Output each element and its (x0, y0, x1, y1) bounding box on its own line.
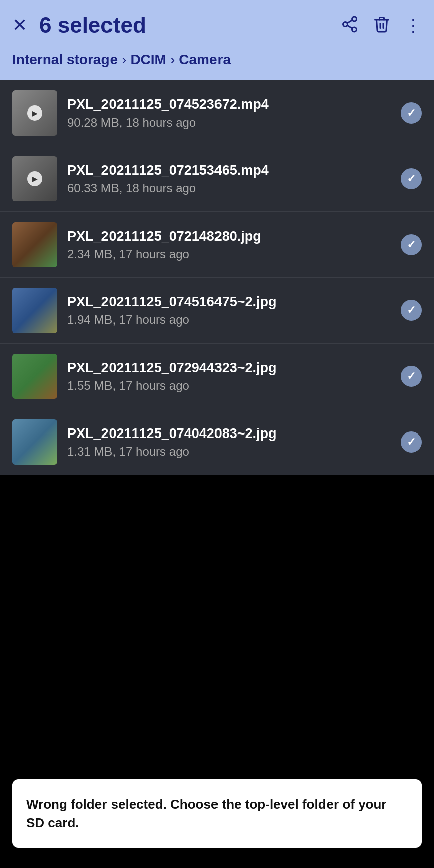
file-meta: 1.31 MB, 17 hours ago (67, 445, 391, 459)
file-checkbox[interactable] (401, 234, 422, 255)
file-thumbnail (12, 222, 57, 267)
file-checkbox[interactable] (401, 431, 422, 453)
file-list: ▶PXL_20211125_074523672.mp490.28 MB, 18 … (0, 80, 434, 475)
file-checkbox[interactable] (401, 300, 422, 321)
svg-line-3 (347, 25, 352, 28)
snackbar-text: Wrong folder selected. Choose the top-le… (26, 797, 387, 830)
play-icon: ▶ (27, 105, 42, 121)
file-name: PXL_20211125_072148280.jpg (67, 229, 391, 244)
file-thumbnail (12, 354, 57, 399)
file-info: PXL_20211125_072148280.jpg2.34 MB, 17 ho… (67, 229, 391, 261)
close-icon[interactable]: ✕ (12, 16, 27, 34)
file-name: PXL_20211125_074042083~2.jpg (67, 426, 391, 442)
file-thumbnail: ▶ (12, 90, 57, 136)
file-name: PXL_20211125_074516475~2.jpg (67, 294, 391, 310)
header: ✕ 6 selected (0, 0, 434, 80)
svg-line-4 (347, 20, 352, 23)
file-checkbox[interactable] (401, 366, 422, 387)
share-icon[interactable] (341, 15, 359, 35)
file-meta: 60.33 MB, 18 hours ago (67, 181, 391, 195)
breadcrumb-sep-1: › (122, 52, 126, 68)
bottom-area (0, 475, 434, 726)
file-checkbox[interactable] (401, 102, 422, 124)
file-meta: 1.94 MB, 17 hours ago (67, 313, 391, 327)
file-info: PXL_20211125_072944323~2.jpg1.55 MB, 17 … (67, 360, 391, 393)
file-thumbnail (12, 288, 57, 333)
header-actions: ⋮ (341, 15, 422, 35)
file-checkbox[interactable] (401, 168, 422, 189)
breadcrumb-camera[interactable]: Camera (179, 52, 231, 68)
file-name: PXL_20211125_072153465.mp4 (67, 163, 391, 178)
header-left: ✕ 6 selected (12, 13, 146, 38)
snackbar: Wrong folder selected. Choose the top-le… (12, 779, 422, 848)
file-item[interactable]: ▶PXL_20211125_074523672.mp490.28 MB, 18 … (0, 80, 434, 146)
file-info: PXL_20211125_074523672.mp490.28 MB, 18 h… (67, 97, 391, 130)
breadcrumb: Internal storage › DCIM › Camera (12, 52, 422, 68)
file-meta: 2.34 MB, 17 hours ago (67, 247, 391, 261)
play-icon: ▶ (27, 171, 42, 186)
file-name: PXL_20211125_072944323~2.jpg (67, 360, 391, 376)
file-info: PXL_20211125_074042083~2.jpg1.31 MB, 17 … (67, 426, 391, 459)
selected-count-label: 6 selected (39, 13, 146, 38)
file-meta: 90.28 MB, 18 hours ago (67, 116, 391, 130)
file-thumbnail: ▶ (12, 156, 57, 201)
file-info: PXL_20211125_072153465.mp460.33 MB, 18 h… (67, 163, 391, 195)
breadcrumb-internal-storage[interactable]: Internal storage (12, 52, 118, 68)
file-item[interactable]: PXL_20211125_074042083~2.jpg1.31 MB, 17 … (0, 409, 434, 475)
file-name: PXL_20211125_074523672.mp4 (67, 97, 391, 113)
file-item[interactable]: PXL_20211125_072944323~2.jpg1.55 MB, 17 … (0, 344, 434, 409)
file-item[interactable]: ▶PXL_20211125_072153465.mp460.33 MB, 18 … (0, 146, 434, 212)
file-item[interactable]: PXL_20211125_072148280.jpg2.34 MB, 17 ho… (0, 212, 434, 278)
delete-icon[interactable] (373, 15, 391, 35)
file-meta: 1.55 MB, 17 hours ago (67, 379, 391, 393)
more-options-icon[interactable]: ⋮ (405, 15, 422, 35)
file-thumbnail (12, 419, 57, 465)
file-item[interactable]: PXL_20211125_074516475~2.jpg1.94 MB, 17 … (0, 278, 434, 344)
file-info: PXL_20211125_074516475~2.jpg1.94 MB, 17 … (67, 294, 391, 327)
breadcrumb-dcim[interactable]: DCIM (130, 52, 166, 68)
breadcrumb-sep-2: › (170, 52, 175, 68)
header-top-row: ✕ 6 selected (12, 13, 422, 38)
